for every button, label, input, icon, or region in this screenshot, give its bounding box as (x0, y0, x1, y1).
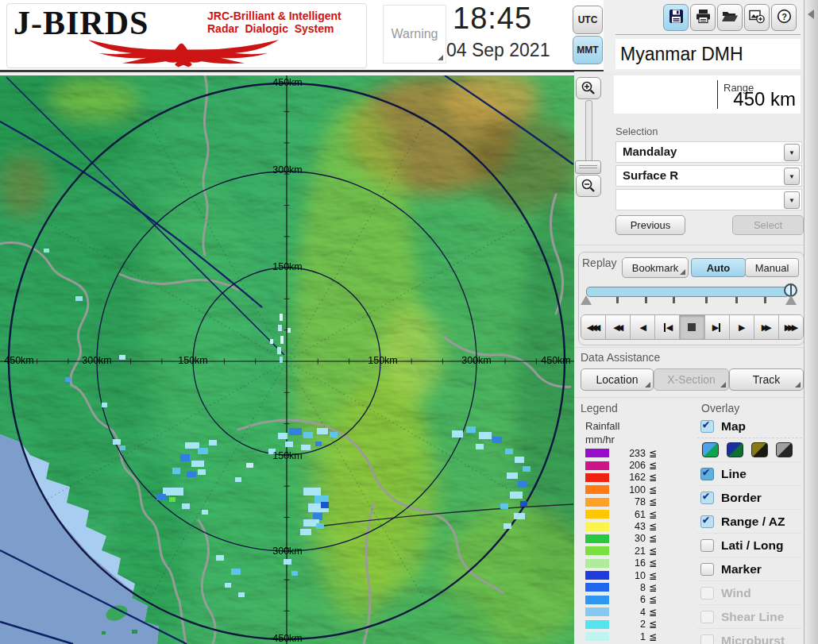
map-checkbox[interactable] (700, 420, 714, 433)
legend-value: 10 (609, 570, 646, 581)
forward-fast-button[interactable]: ▶▶▶ (779, 315, 803, 339)
x-section-button[interactable]: X-Section (654, 368, 729, 391)
overlay-item-shear-line[interactable]: Shear Line (697, 604, 802, 628)
marker-checkbox[interactable] (700, 563, 714, 576)
overlay-item-wind[interactable]: Wind (697, 580, 802, 604)
replay-range-start-marker[interactable] (581, 295, 592, 305)
location-button[interactable]: Location (581, 368, 654, 391)
range-ring-label: 300km (461, 355, 492, 366)
logo-title: J-BIRDS (14, 4, 149, 42)
print-icon (696, 9, 711, 27)
map-style-dark-blue-swatch[interactable] (727, 442, 743, 457)
selection-dropdown-3[interactable]: ▼ (615, 189, 802, 210)
collapse-arrow-icon (808, 10, 814, 19)
wind-checkbox[interactable] (700, 587, 714, 600)
radar-map[interactable]: 450km300km150km150km300km450km450km300km… (0, 75, 574, 644)
map-zoom-in-button[interactable] (576, 77, 601, 99)
overlay-item-label: Border (721, 491, 762, 505)
clock-date: 04 Sep 2021 (446, 40, 577, 61)
add-image-button[interactable] (744, 4, 770, 31)
range-box: Range 450 km (614, 75, 801, 114)
stop-button[interactable] (680, 315, 704, 339)
button-label: Track (753, 373, 780, 386)
legend-color-swatch (585, 632, 609, 641)
mmt-button[interactable]: MMT (573, 36, 603, 64)
rewind-button[interactable]: ◀◀ (606, 315, 631, 339)
range-ring-label: 150km (272, 450, 303, 461)
range-ring-label: 450km (541, 355, 571, 366)
map-zoom-slider-track[interactable] (585, 100, 592, 162)
legend-comparator: ≦ (649, 496, 657, 507)
overlay-item-label: Shear Line (721, 610, 784, 624)
overlay-item-marker[interactable]: Marker (697, 557, 802, 580)
play-button[interactable]: ▶ (730, 315, 754, 339)
overlay-item-border[interactable]: Border (697, 485, 802, 509)
overlay-item-map[interactable]: Map (697, 415, 802, 438)
overlay-item-range-az[interactable]: Range / AZ (697, 509, 802, 533)
track-button[interactable]: Track (729, 368, 804, 391)
selection-dropdown-2[interactable]: Surface R▼ (615, 165, 802, 187)
forward-button[interactable]: ▶▶ (754, 315, 779, 339)
replay-manual-button[interactable]: Manual (745, 258, 799, 277)
play-reverse-button[interactable]: ◀ (631, 315, 655, 339)
replay-auto-button[interactable]: Auto (691, 258, 746, 277)
overlay-list: MapLineBorderRange / AZLati / LongMarker… (697, 415, 802, 644)
open-folder-button[interactable] (717, 4, 743, 31)
legend-color-swatch (585, 596, 609, 604)
map-zoom-slider-handle[interactable] (575, 160, 601, 174)
clock-time: 18:45 (453, 2, 572, 36)
overlay-item-label: Map (721, 419, 746, 434)
print-button[interactable] (690, 4, 716, 31)
legend-comparator: ≦ (649, 619, 657, 630)
header: J-BIRDS JRC-Brilliant & IntelligentRadar… (0, 0, 604, 72)
previous-button[interactable]: Previous (615, 215, 685, 235)
range-ring-label: 150km (272, 261, 303, 272)
overlay-item-lati-long[interactable]: Lati / Long (697, 533, 802, 557)
border-checkbox[interactable] (700, 492, 714, 504)
line-checkbox[interactable] (700, 468, 714, 480)
legend-comparator: ≦ (649, 484, 657, 496)
range-ring-label: 300km (82, 355, 112, 366)
replay-slider-track[interactable] (586, 287, 789, 297)
bookmark-button[interactable]: Bookmark (622, 257, 689, 278)
station-name: Myanmar DMH (615, 39, 801, 69)
legend-value: 100 (609, 484, 646, 496)
map-style-terrain-swatch[interactable] (702, 442, 719, 457)
replay-range-end-marker[interactable] (785, 295, 797, 305)
step-back-button[interactable]: ◀ (655, 315, 680, 339)
map-zoom-out-button[interactable] (576, 175, 601, 197)
save-button[interactable] (663, 4, 689, 31)
legend-color-swatch (585, 485, 609, 494)
legend-scale: 233≦206≦162≦100≦78≦61≦43≦30≦21≦16≦10≦8≦6… (581, 447, 684, 642)
left-arrows-icon: ◀◀◀ (587, 322, 597, 333)
legend-value: 206 (609, 460, 646, 471)
legend-entry: 8≦ (581, 581, 684, 593)
right-arrows-icon: ▶ (739, 322, 742, 333)
help-button[interactable]: ? (771, 4, 797, 31)
overlay-item-label: Lati / Long (721, 538, 783, 553)
range-divider (717, 80, 718, 109)
range-ring-label: 150km (368, 355, 398, 366)
overlay-item-line[interactable]: Line (697, 461, 802, 485)
microburst-checkbox[interactable] (700, 634, 714, 644)
legend-entry: 16≦ (581, 557, 684, 569)
panel-collapse-strip[interactable] (804, 0, 818, 644)
chevron-down-icon[interactable]: ▼ (784, 144, 800, 161)
select-button[interactable]: Select (732, 215, 804, 235)
chevron-down-icon[interactable]: ▼ (784, 168, 800, 185)
legend-color-swatch (585, 523, 609, 531)
overlay-item-microburst[interactable]: Microburst (697, 628, 802, 644)
lati-long-checkbox[interactable] (700, 539, 714, 552)
rewind-fast-button[interactable]: ◀◀◀ (581, 315, 606, 339)
warning-button[interactable]: Warning (383, 5, 446, 64)
shear-line-checkbox[interactable] (700, 611, 714, 623)
radar-map-canvas: 450km300km150km150km300km450km450km300km… (0, 75, 574, 644)
left-arrows-icon: ◀ (640, 322, 643, 333)
range-az-checkbox[interactable] (700, 515, 714, 528)
selection-dropdown-1[interactable]: Mandalay▼ (615, 141, 802, 163)
chevron-down-icon[interactable]: ▼ (784, 191, 800, 209)
map-style-olive-swatch[interactable] (751, 442, 768, 457)
map-style-gray-swatch[interactable] (776, 442, 793, 457)
utc-button[interactable]: UTC (573, 6, 603, 34)
step-forward-button[interactable]: ▶ (705, 315, 730, 339)
